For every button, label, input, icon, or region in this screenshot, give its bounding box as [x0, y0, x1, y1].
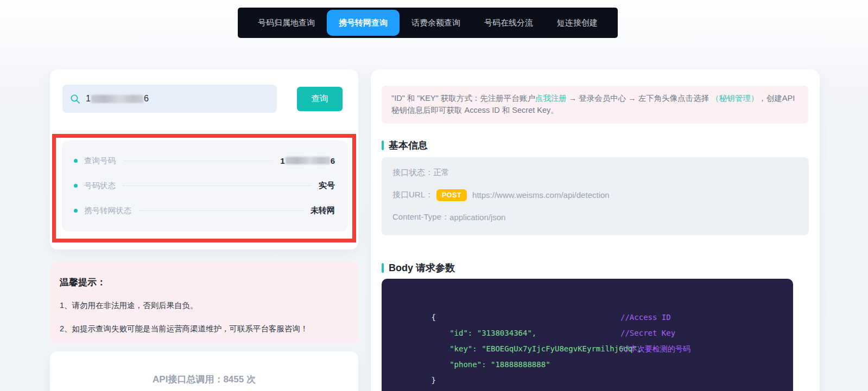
post-method-badge: POST [436, 189, 467, 201]
code-line: "phone": "18888888888" //本次要检测的号码 [395, 341, 780, 357]
register-link[interactable]: 点我注册 [535, 94, 567, 102]
section-accent-bar [382, 263, 384, 273]
bullet-dot-icon [74, 159, 78, 163]
api-url-label: 接口URL： [392, 190, 433, 200]
result-value: 实号 [319, 181, 335, 191]
result-label: 携号转网状态 [84, 206, 131, 216]
query-card: 16 查询 查询号码 16 号码状态 实号 携号转网状态 未转网 [50, 69, 358, 249]
tab-number-location-query[interactable]: 号码归属地查询 [246, 8, 327, 38]
tips-title: 温馨提示： [60, 276, 349, 289]
notice-text: "ID" 和 "KEY" 获取方式：先注册平台账户 [391, 94, 535, 102]
request-body-code-block: { "id": "3138034364", //Access ID "key":… [382, 279, 793, 391]
content-type-label: Content-Type： [392, 212, 449, 222]
api-status-label: 接口状态： [392, 168, 433, 178]
tips-line-2: 2、如提示查询失败可能是当前运营商渠道维护，可联系平台客服咨询！ [60, 324, 349, 334]
api-url-value: https://www.weisms.com/api/detection [472, 190, 610, 200]
bullet-dot-icon [74, 184, 78, 188]
query-button[interactable]: 查询 [297, 87, 343, 111]
tab-balance-query[interactable]: 话费余额查询 [400, 8, 472, 38]
search-input-value: 16 [86, 94, 149, 104]
api-total-calls: API接口总调用：8455 次 [50, 373, 358, 386]
search-icon [70, 94, 80, 104]
key-instructions-notice: "ID" 和 "KEY" 获取方式：先注册平台账户点我注册 → 登录会员中心 →… [382, 86, 808, 124]
basic-info-heading: 基本信息 [382, 139, 428, 152]
section-accent-bar [382, 140, 384, 150]
code-line: "id": "3138034364", //Access ID [395, 310, 780, 325]
dotted-leader [123, 161, 273, 161]
content-type-value: application/json [449, 213, 505, 222]
top-nav: 号码归属地查询 携号转网查询 话费余额查询 号码在线分流 短连接创建 [238, 8, 618, 38]
section-title-text: Body 请求参数 [389, 261, 455, 274]
api-stats-card: API接口总调用：8455 次 [50, 351, 358, 391]
api-status-line: 接口状态： 正常 [392, 162, 798, 184]
tips-line-1: 1、请勿用在非法用途，否则后果自负。 [60, 300, 349, 311]
result-value: 未转网 [311, 206, 335, 216]
result-row-query-number: 查询号码 16 [74, 148, 335, 173]
phone-search-input[interactable]: 16 [62, 85, 277, 113]
result-row-number-status: 号码状态 实号 [74, 173, 335, 198]
api-url-line: 接口URL： POST https://www.weisms.com/api/d… [392, 184, 798, 206]
result-value: 16 [280, 156, 335, 165]
content-type-line: Content-Type： application/json [392, 206, 798, 228]
masked-digits [91, 95, 143, 103]
result-row-portability-status: 携号转网状态 未转网 [74, 198, 335, 223]
secret-key-management-link[interactable]: （秘钥管理） [711, 94, 758, 102]
api-status-value: 正常 [433, 168, 449, 178]
query-result-box: 查询号码 16 号码状态 实号 携号转网状态 未转网 [62, 140, 348, 232]
code-line: { [395, 294, 780, 310]
code-line: } [395, 357, 780, 373]
bullet-dot-icon [74, 209, 78, 213]
tab-short-link-create[interactable]: 短连接创建 [545, 8, 610, 38]
dotted-leader [139, 210, 303, 211]
result-label: 号码状态 [84, 181, 116, 191]
page: 号码归属地查询 携号转网查询 话费余额查询 号码在线分流 短连接创建 16 查询… [0, 0, 868, 391]
tab-portability-query[interactable]: 携号转网查询 [327, 10, 400, 36]
dotted-leader [123, 185, 311, 186]
result-label: 查询号码 [84, 156, 116, 166]
body-params-heading: Body 请求参数 [382, 261, 455, 274]
basic-info-box: 接口状态： 正常 接口URL： POST https://www.weisms.… [382, 157, 809, 235]
tab-online-routing[interactable]: 号码在线分流 [472, 8, 545, 38]
code-line: "key": "EBOEGqUx7yIjcFyU8egvKEyrmilhj6dq… [395, 325, 780, 341]
notice-text: → 登录会员中心 → 左下角头像点击选择 [567, 94, 712, 102]
masked-digits [286, 157, 330, 164]
tips-card: 温馨提示： 1、请勿用在非法用途，否则后果自负。 2、如提示查询失败可能是当前运… [50, 262, 358, 343]
section-title-text: 基本信息 [389, 139, 428, 152]
api-doc-card: "ID" 和 "KEY" 获取方式：先注册平台账户点我注册 → 登录会员中心 →… [371, 69, 820, 391]
